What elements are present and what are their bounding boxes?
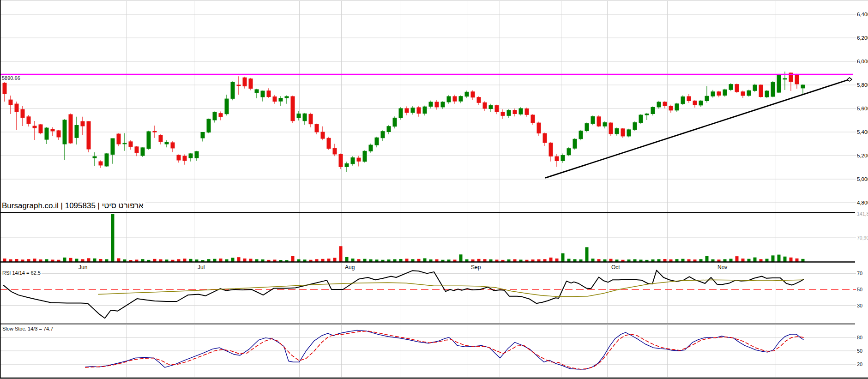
- candle-body: [147, 132, 151, 149]
- candle-body: [615, 128, 619, 133]
- candle-body: [225, 99, 229, 114]
- candle-body: [609, 123, 613, 134]
- candle-body: [585, 124, 589, 131]
- volume-bar: [681, 259, 685, 262]
- candle-body: [447, 96, 451, 102]
- volume-bar: [231, 258, 235, 262]
- candle-body: [723, 90, 727, 95]
- stochastic-axis-tick: 80: [857, 335, 862, 340]
- candle-body: [693, 101, 697, 105]
- rsi-axis-tick: 50: [857, 287, 862, 292]
- candle-body: [735, 84, 739, 92]
- candle-body: [321, 132, 325, 138]
- volume-axis-tick: 141,809: [857, 211, 868, 217]
- candle-body: [513, 110, 517, 114]
- candle-body: [21, 109, 24, 118]
- volume-bar: [657, 259, 661, 262]
- candle-body: [303, 114, 307, 121]
- trend-line: [545, 79, 850, 178]
- volume-bar: [778, 255, 781, 262]
- candle-body: [57, 131, 60, 137]
- candle-body: [183, 156, 187, 161]
- stochastic-indicator-label: Slow Stoc. 14/3 = 74.7: [1, 326, 54, 331]
- volume-bar: [549, 258, 553, 262]
- candle-body: [135, 147, 139, 153]
- volume-bar: [699, 259, 703, 262]
- volume-bar: [177, 259, 181, 262]
- candle-body: [105, 154, 108, 166]
- stochastic-k-line: [85, 330, 803, 369]
- candle-body: [783, 78, 787, 79]
- candle-body: [195, 151, 199, 158]
- rsi-moving-average-line: [98, 280, 803, 296]
- volume-bar: [351, 259, 355, 262]
- month-label: Sep: [471, 264, 481, 271]
- volume-bar: [3, 259, 6, 262]
- trend-line-end-marker: [847, 78, 852, 81]
- volume-bar: [15, 259, 18, 262]
- candle-body: [717, 92, 721, 96]
- volume-bar: [567, 259, 571, 262]
- candle-body: [435, 102, 439, 107]
- month-label: Nov: [717, 264, 727, 271]
- volume-bar: [183, 259, 187, 262]
- volume-bar: [63, 258, 66, 262]
- candle-body: [441, 102, 445, 107]
- candle-body: [537, 123, 541, 133]
- candle-body: [351, 158, 355, 164]
- candle-body: [93, 156, 96, 158]
- volume-bar: [315, 259, 319, 262]
- candle-body: [285, 96, 289, 98]
- candle-body: [231, 82, 235, 98]
- candle-body: [681, 97, 685, 104]
- volume-bar: [753, 258, 757, 262]
- volume-bar: [93, 259, 96, 262]
- candle-body: [141, 148, 145, 156]
- volume-bar: [561, 253, 565, 262]
- candle-body: [483, 102, 487, 108]
- candle-body: [687, 96, 691, 101]
- candle-body: [15, 104, 18, 112]
- candle-body: [765, 91, 769, 97]
- candle-body: [9, 100, 12, 105]
- candle-body: [99, 162, 102, 165]
- price-axis-tick: 6,000: [857, 59, 868, 64]
- candle-body: [339, 154, 343, 167]
- price-axis-tick: 5,600: [857, 106, 868, 111]
- volume-bar: [417, 259, 421, 262]
- volume-bar: [723, 259, 727, 262]
- price-alert-level-label: 5890.66: [1, 75, 21, 81]
- candle-body: [411, 108, 415, 113]
- volume-bar: [255, 259, 259, 262]
- volume-bar: [591, 259, 595, 262]
- volume-bar: [766, 259, 769, 262]
- price-axis-tick: 5,000: [857, 176, 868, 182]
- candle-body: [291, 96, 295, 121]
- volume-bar: [585, 247, 589, 262]
- candle-body: [729, 84, 733, 90]
- candle-body: [279, 98, 283, 102]
- series: [0, 0, 868, 379]
- volume-bar: [555, 259, 559, 262]
- volume-bar: [357, 259, 361, 262]
- candle-body: [63, 120, 66, 144]
- stochastic-axis-tick: 50: [857, 348, 862, 354]
- volume-bar: [790, 258, 793, 262]
- candle-body: [465, 92, 469, 96]
- volume-bar: [213, 259, 217, 262]
- volume-bar: [81, 259, 84, 262]
- volume-bar: [69, 258, 72, 262]
- volume-bar: [219, 259, 223, 262]
- candle-body: [213, 112, 217, 120]
- candle-body: [495, 106, 499, 112]
- candle-body: [795, 74, 799, 84]
- rsi-stochastic-separator: [0, 323, 855, 325]
- candle-body: [759, 85, 763, 97]
- candle-body: [51, 129, 54, 131]
- candle-body: [801, 85, 805, 88]
- candle-body: [207, 119, 211, 132]
- candle-body: [639, 115, 643, 123]
- volume-bar: [345, 257, 349, 262]
- candle-body: [201, 132, 205, 138]
- price-axis-tick: 4,800: [857, 200, 868, 205]
